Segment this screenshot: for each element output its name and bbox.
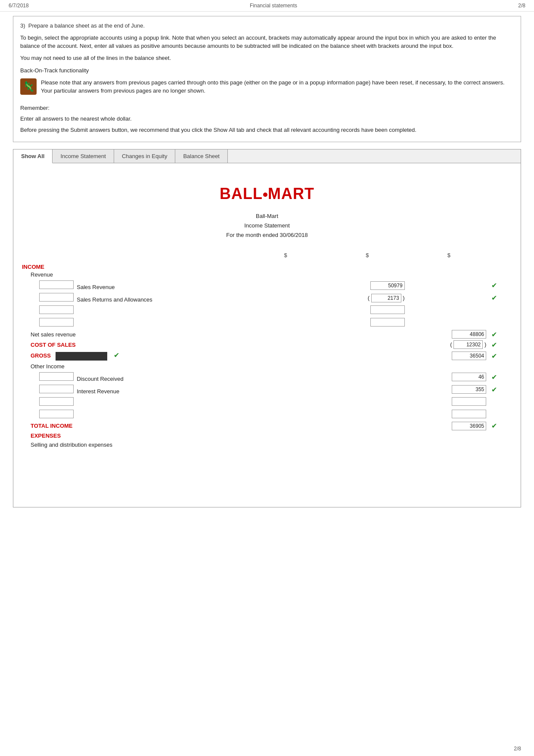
empty-other-2 [22,408,512,421]
col-header-row: $ $ $ [22,250,512,260]
gross-check: ✔ [490,352,497,360]
col-header-2: $ [326,250,408,260]
content-area: BALLMART Ball-Mart Income Statement For … [13,163,521,507]
col-header-1: $ [245,250,326,260]
cost-of-sales-row: COST OF SALES ( 12302 ) ✔ [22,339,512,350]
step-label: 3) Prepare a balance sheet as at the end… [20,22,514,30]
discount-received-row: Discount Received 46 ✔ [22,371,512,383]
empty-other-value-1 [452,397,486,406]
discount-received-label: Discount Received [77,376,123,382]
tabs-row: Show All Income Statement Changes in Equ… [13,149,521,163]
sales-returns-row: Sales Returns and Allowances ( 2173 ) ✔ [22,292,512,304]
bot-icon: 🦎 [20,78,37,95]
empty-value-2 [370,318,405,327]
top-bar: 6/7/2018 Financial statements 2/8 [0,0,534,12]
logo-container: BALLMART [22,172,512,212]
selling-dist-row: Selling and distribution expenses [22,440,512,449]
page-number: 2/8 [518,3,525,9]
interest-revenue-value: 355 [452,385,486,394]
net-sales-row: Net sales revenue 48806 ✔ [22,329,512,339]
net-sales-check: ✔ [490,331,497,338]
tab-changes-in-equity[interactable]: Changes in Equity [114,149,176,163]
back-on-track-section: Back-On-Track functionality 🦎 Please not… [20,66,514,99]
income-label: INCOME [22,262,44,272]
logo: BALLMART [22,185,512,203]
empty-other-1 [22,396,512,408]
remember1: Enter all answers to the nearest whole d… [20,115,514,123]
report-period: For the month ended 30/06/2018 [22,230,512,240]
cost-of-sales-value: 12302 [453,340,483,349]
gross-value: 36504 [452,352,486,360]
tab-balance-sheet[interactable]: Balance Sheet [175,149,228,163]
remember-label: Remember: [20,104,514,112]
expenses-label: EXPENSES [31,431,61,441]
empty-other-input-2[interactable] [39,410,74,418]
net-sales-value: 48806 [452,330,486,339]
discount-received-value: 46 [452,373,486,381]
sales-returns-label: Sales Returns and Allowances [77,296,152,303]
empty-other-input-1[interactable] [39,397,74,406]
statement-name: Income Statement [22,221,512,230]
interest-revenue-input[interactable] [39,385,74,393]
revenue-label: Revenue [22,270,245,279]
sales-returns-input[interactable] [39,293,74,302]
report-header: Ball-Mart Income Statement For the month… [22,212,512,240]
empty-input-2[interactable] [39,318,74,327]
other-income-label: Other Income [22,362,245,371]
other-income-row: Other Income [22,362,512,371]
remember2: Before pressing the Submit answers butto… [20,126,514,134]
empty-input-1[interactable] [39,305,74,314]
tab-show-all[interactable]: Show All [13,149,53,163]
total-income-check: ✔ [490,422,497,429]
interest-revenue-row: Interest Revenue 355 ✔ [22,383,512,396]
tabs-container: Show All Income Statement Changes in Equ… [13,149,521,163]
sales-revenue-label: Sales Revenue [77,284,115,290]
empty-row-2 [22,317,512,329]
page-title: Financial statements [250,3,297,9]
interest-revenue-check: ✔ [490,386,497,393]
revenue-row: Revenue [22,270,512,279]
gross-input-check: ✔ [112,352,119,359]
expenses-row: EXPENSES [22,431,512,440]
empty-value-1 [370,305,405,314]
sales-revenue-row: Sales Revenue 50979 ✔ [22,279,512,292]
company-name: Ball-Mart [22,212,512,221]
instruction-para2: You may not need to use all of the lines… [20,54,514,62]
instruction-para1: To begin, select the appropriate account… [20,34,514,50]
gross-row: GROSS ✔ 36504 ✔ [22,350,512,362]
gross-input[interactable] [56,352,107,361]
discount-received-input[interactable] [39,372,74,381]
logo-dot [263,193,267,197]
sales-returns-check: ✔ [490,294,497,302]
tab-income-statement[interactable]: Income Statement [53,149,114,163]
instructions-box: 3) Prepare a balance sheet as at the end… [13,16,521,142]
total-income-label: TOTAL INCOME [31,421,73,431]
income-statement-table: $ $ $ INCOME Revenue Sales Revenue [22,250,512,449]
sales-revenue-check: ✔ [490,282,497,289]
back-on-track-header: Back-On-Track functionality [20,66,514,75]
sales-revenue-input[interactable] [39,280,74,289]
empty-other-value-2 [452,410,486,418]
selling-dist-label: Selling and distribution expenses [22,440,245,449]
gross-label: GROSS [31,351,51,361]
total-income-row: TOTAL INCOME 36905 ✔ [22,421,512,431]
bot-notice-text: Please note that any answers from previo… [41,78,514,95]
cost-of-sales-check: ✔ [490,341,497,348]
col-header-3: $ [408,250,490,260]
income-section-row: INCOME [22,260,512,270]
total-income-value: 36905 [452,422,486,430]
date: 6/7/2018 [9,3,29,9]
sales-revenue-value: 50979 [370,281,405,290]
sales-returns-value: 2173 [371,294,401,302]
interest-revenue-label: Interest Revenue [77,388,119,395]
cost-of-sales-label: COST OF SALES [31,340,76,350]
discount-received-check: ✔ [490,373,497,381]
net-sales-label: Net sales revenue [22,329,245,339]
empty-row-1 [22,304,512,317]
remember-section: Remember: Enter all answers to the neare… [20,104,514,134]
